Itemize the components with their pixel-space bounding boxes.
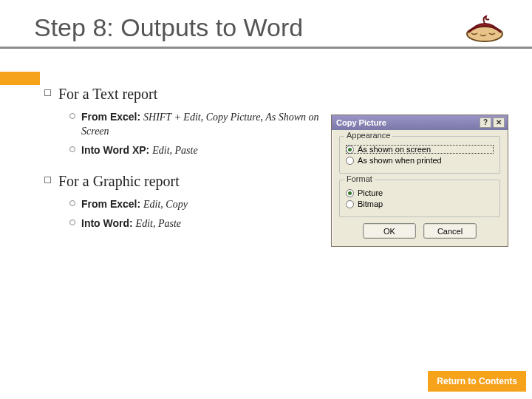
radio-as-shown-when-printed[interactable]: As shown when printed xyxy=(346,156,494,165)
dialog-titlebar[interactable]: Copy Picture ? ✕ xyxy=(332,115,508,130)
dialog-title: Copy Picture xyxy=(336,118,386,127)
radio-as-shown-on-screen[interactable]: As shown on screen xyxy=(346,145,494,154)
radio-label: Bitmap xyxy=(358,200,383,208)
radio-icon xyxy=(346,157,354,165)
sub-bullet: From Excel: Edit, Copy xyxy=(69,197,325,212)
close-button[interactable]: ✕ xyxy=(493,117,505,128)
content-body: For a Text report From Excel: SHIFT + Ed… xyxy=(44,86,325,231)
slide-title: Step 8: Outputs to Word xyxy=(34,13,532,42)
sub-bullet: From Excel: SHIFT + Edit, Copy Picture, … xyxy=(69,110,325,139)
sub-bold: From Excel: xyxy=(81,111,143,123)
format-legend: Format xyxy=(344,174,375,183)
sub-ital: Edit, Paste xyxy=(152,145,197,156)
circle-bullet-icon xyxy=(69,113,75,119)
bullet-2: For a Graphic report From Excel: Edit, C… xyxy=(44,173,325,231)
radio-icon xyxy=(346,200,354,208)
ok-button[interactable]: OK xyxy=(363,223,416,239)
sub-bold: Into Word XP: xyxy=(81,144,152,156)
radio-icon xyxy=(346,189,354,197)
square-bullet-icon xyxy=(44,177,51,183)
title-rule xyxy=(0,47,532,49)
radio-label: As shown on screen xyxy=(358,145,431,154)
accent-bar xyxy=(0,72,40,85)
sub-ital: Edit, Copy xyxy=(143,199,188,210)
bullet-1-text: For a Text report xyxy=(58,86,157,103)
format-group: Format Picture Bitmap xyxy=(339,180,500,217)
sub-bullet: Into Word: Edit, Paste xyxy=(69,216,325,231)
sub-ital: Edit, Paste xyxy=(136,218,181,229)
radio-bitmap[interactable]: Bitmap xyxy=(346,200,494,208)
copy-picture-dialog: Copy Picture ? ✕ Appearance As shown on … xyxy=(331,115,508,247)
appearance-legend: Appearance xyxy=(344,131,392,140)
appearance-group: Appearance As shown on screen As shown w… xyxy=(339,136,500,174)
square-bullet-icon xyxy=(44,89,51,96)
circle-bullet-icon xyxy=(69,200,75,206)
bullet-1: For a Text report From Excel: SHIFT + Ed… xyxy=(44,86,325,158)
radio-icon xyxy=(346,146,354,154)
sub-bold: From Excel: xyxy=(81,198,143,210)
radio-label: As shown when printed xyxy=(358,156,442,165)
circle-bullet-icon xyxy=(69,146,75,152)
radio-picture[interactable]: Picture xyxy=(346,188,494,197)
sub-bullet: Into Word XP: Edit, Paste xyxy=(69,143,325,158)
radio-label: Picture xyxy=(358,188,383,197)
pie-clipart-icon xyxy=(464,9,505,44)
bullet-2-text: For a Graphic report xyxy=(58,173,180,190)
circle-bullet-icon xyxy=(69,219,75,225)
return-to-contents-button[interactable]: Return to Contents xyxy=(428,371,526,392)
help-button[interactable]: ? xyxy=(480,117,491,128)
cancel-button[interactable]: Cancel xyxy=(423,223,477,239)
sub-bold: Into Word: xyxy=(81,217,136,229)
